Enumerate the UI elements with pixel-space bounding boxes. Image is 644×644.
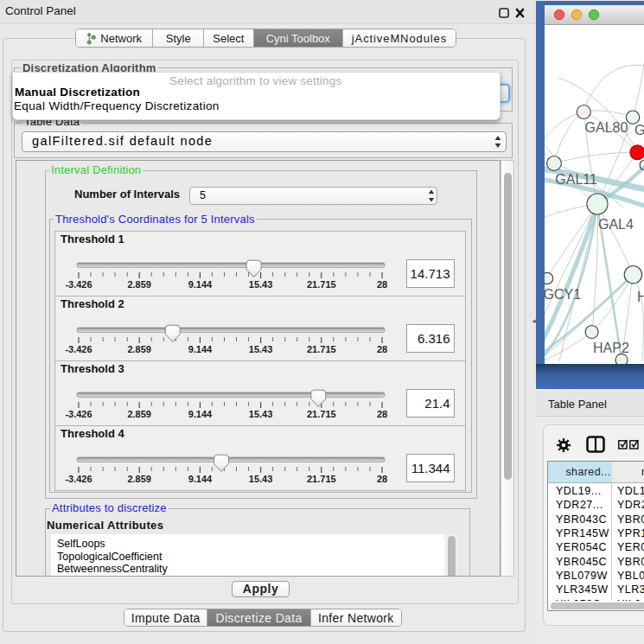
svg-text:H: H: [637, 290, 644, 304]
svg-text:GCY1: GCY1: [545, 287, 581, 302]
svg-text:GAL80: GAL80: [585, 120, 628, 135]
svg-text:GAL11: GAL11: [555, 172, 597, 187]
svg-text:GA: GA: [634, 123, 644, 137]
svg-text:GAL4: GAL4: [598, 217, 634, 232]
svg-text:CY: CY: [639, 158, 644, 173]
svg-text:HAP2: HAP2: [593, 341, 629, 355]
